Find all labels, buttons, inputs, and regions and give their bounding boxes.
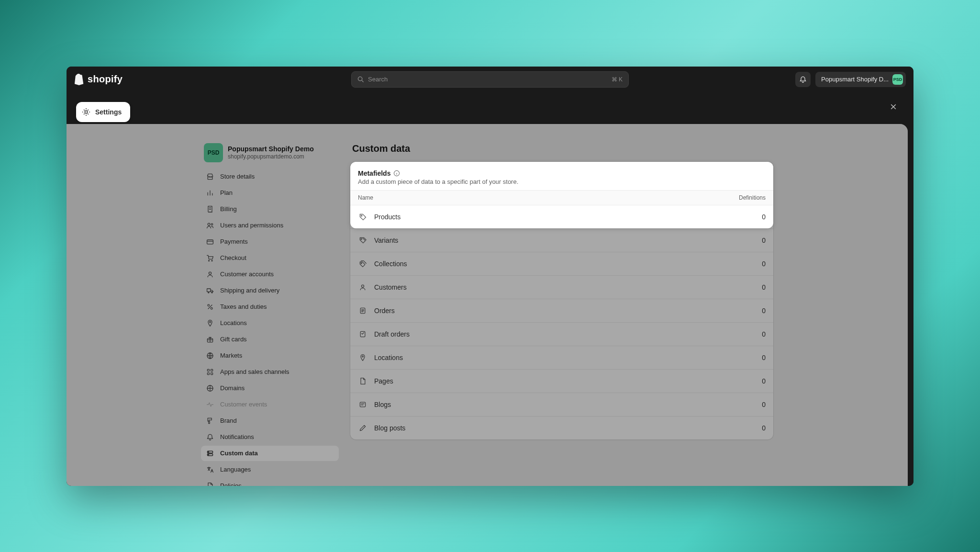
row-count: 0	[718, 237, 766, 244]
bell-icon	[799, 76, 807, 83]
notifications-button[interactable]	[795, 72, 811, 87]
sidebar-item-taxes[interactable]: Taxes and duties	[201, 299, 339, 315]
row-label: Draft orders	[374, 330, 718, 338]
svg-rect-16	[211, 369, 213, 371]
metafields-row-draft-orders[interactable]: Draft orders0	[350, 322, 773, 346]
sidebar-item-custom-data[interactable]: Custom data	[201, 446, 339, 461]
sidebar-item-label: Policies	[220, 482, 242, 486]
metafields-heading: Metafields	[358, 169, 390, 177]
search-input[interactable]: Search ⌘ K	[351, 71, 629, 88]
sidebar-item-label: Payments	[220, 238, 248, 245]
row-label: Products	[374, 213, 718, 221]
sidebar-item-plan[interactable]: Plan	[201, 185, 339, 201]
domain-icon	[206, 384, 214, 393]
tags-icon	[358, 259, 368, 269]
store-switcher[interactable]: Popupsmart Shopify D... PSD	[815, 72, 906, 87]
sidebar-item-label: Gift cards	[220, 336, 247, 343]
svg-point-5	[209, 260, 210, 261]
sidebar-item-locations[interactable]: Locations	[201, 315, 339, 331]
sidebar-item-checkout[interactable]: Checkout	[201, 250, 339, 266]
cart-icon	[206, 254, 214, 262]
settings-breadcrumb[interactable]: Settings	[76, 102, 130, 122]
metafields-row-orders[interactable]: Orders0	[350, 299, 773, 322]
sidebar-item-domains[interactable]: Domains	[201, 381, 339, 396]
db-icon	[206, 449, 214, 458]
svg-point-34	[361, 215, 362, 216]
globe-icon	[206, 351, 214, 360]
tag-icon	[358, 212, 368, 222]
shopify-logo[interactable]: shopify	[74, 74, 122, 85]
svg-point-2	[208, 223, 210, 225]
sidebar-item-label: Locations	[220, 319, 247, 327]
sidebar-item-label: Taxes and duties	[220, 303, 267, 310]
metafields-row-pages[interactable]: Pages0	[350, 369, 773, 393]
svg-point-6	[212, 260, 212, 261]
sidebar-item-apps[interactable]: Apps and sales channels	[201, 364, 339, 380]
sidebar-item-brand[interactable]: Brand	[201, 413, 339, 428]
row-label: Blogs	[374, 401, 718, 408]
search-icon	[357, 76, 364, 83]
grid-icon	[206, 368, 214, 376]
svg-point-0	[358, 77, 362, 80]
blog-icon	[358, 400, 368, 409]
metafields-row-blog-posts[interactable]: Blog posts0	[350, 416, 773, 439]
sidebar-item-notifications[interactable]: Notifications	[201, 429, 339, 445]
metafields-row-collections[interactable]: Collections0	[350, 252, 773, 275]
pin-icon	[358, 353, 368, 362]
settings-body: PSD Popupsmart Shopify Demo shopify.popu…	[67, 124, 908, 486]
pin-icon	[206, 319, 214, 327]
svg-point-8	[208, 292, 209, 293]
sidebar-item-policies[interactable]: Policies	[201, 478, 339, 486]
row-label: Variants	[374, 237, 718, 244]
svg-point-10	[208, 304, 210, 306]
column-name: Name	[358, 194, 718, 201]
sidebar-item-label: Markets	[220, 352, 242, 359]
sidebar-item-label: Brand	[220, 417, 237, 424]
metafields-row-customers[interactable]: Customers0	[350, 275, 773, 299]
svg-rect-18	[211, 372, 213, 374]
row-label: Locations	[374, 354, 718, 361]
svg-point-26	[361, 238, 362, 239]
metafields-row-products[interactable]: Products 0	[350, 205, 773, 228]
metafields-row-variants[interactable]: Variants0	[350, 228, 773, 252]
sidebar-item-markets[interactable]: Markets	[201, 348, 339, 363]
sidebar-item-store-details[interactable]: Store details	[201, 169, 339, 184]
row-count: 0	[718, 260, 766, 268]
row-label: Blog posts	[374, 424, 718, 432]
sidebar-item-billing[interactable]: Billing	[201, 202, 339, 217]
metafields-row-blogs[interactable]: Blogs0	[350, 393, 773, 416]
metafields-row-locations[interactable]: Locations0	[350, 346, 773, 369]
row-label: Collections	[374, 260, 718, 268]
svg-rect-32	[360, 402, 365, 407]
percent-icon	[206, 303, 214, 311]
sidebar-item-label: Checkout	[220, 254, 246, 261]
topbar: shopify Search ⌘ K Popupsmart Shopify D.…	[67, 67, 913, 92]
close-button[interactable]	[887, 100, 900, 113]
row-count: 0	[718, 401, 766, 408]
sidebar-item-users[interactable]: Users and permissions	[201, 218, 339, 233]
row-count: 0	[718, 377, 766, 385]
sidebar-item-shipping[interactable]: Shipping and delivery	[201, 283, 339, 298]
sidebar-item-label: Apps and sales channels	[220, 368, 290, 375]
sidebar-item-customer-accounts[interactable]: Customer accounts	[201, 267, 339, 282]
svg-rect-4	[207, 240, 213, 244]
row-count: 0	[718, 307, 766, 315]
info-icon[interactable]	[393, 170, 400, 177]
settings-label: Settings	[95, 108, 122, 116]
sidebar-item-label: Shipping and delivery	[220, 287, 279, 294]
sidebar-item-languages[interactable]: Languages	[201, 462, 339, 477]
column-definitions: Definitions	[718, 194, 766, 201]
svg-point-22	[208, 451, 209, 452]
sidebar-item-label: Users and permissions	[220, 222, 283, 229]
sidebar-item-payments[interactable]: Payments	[201, 234, 339, 249]
store-header[interactable]: PSD Popupsmart Shopify Demo shopify.popu…	[201, 143, 339, 169]
row-count: 0	[718, 213, 766, 221]
sidebar-item-label: Customer accounts	[220, 270, 274, 278]
row-count: 0	[718, 330, 766, 338]
receipt-icon	[206, 205, 214, 214]
pen-icon	[358, 423, 368, 433]
tag3-icon	[358, 236, 368, 245]
card-icon	[206, 237, 214, 246]
sidebar-item-gift-cards[interactable]: Gift cards	[201, 332, 339, 347]
store-title: Popupsmart Shopify Demo	[228, 145, 314, 153]
